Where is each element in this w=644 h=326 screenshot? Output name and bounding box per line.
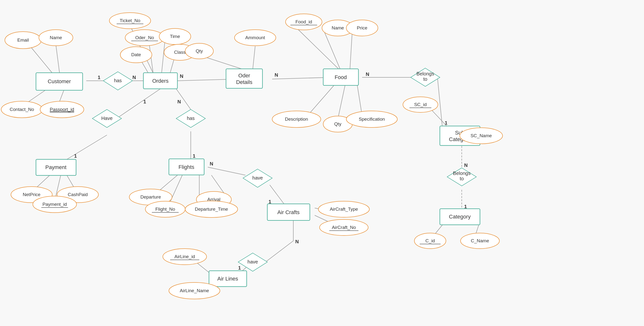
svg-line-19 — [309, 85, 334, 114]
cardinality-oder-food-n: N — [274, 72, 278, 78]
svg-text:Flight_No: Flight_No — [155, 207, 175, 212]
cardinality-have-airlines-1: 1 — [238, 265, 241, 270]
entity-flights: Flights — [169, 159, 204, 175]
svg-text:AirCraft_No: AirCraft_No — [332, 225, 356, 230]
svg-text:NetPrice: NetPrice — [23, 192, 40, 197]
svg-text:C_Name: C_Name — [471, 238, 489, 243]
attr-contact-no: Contact_No — [1, 101, 42, 118]
svg-text:Specification: Specification — [359, 117, 385, 122]
svg-text:Payment: Payment — [46, 164, 66, 170]
entity-food: Food — [323, 69, 358, 85]
svg-line-1 — [56, 45, 60, 73]
attr-customer-name: Name — [39, 30, 73, 46]
svg-text:has: has — [114, 78, 122, 83]
svg-text:Time: Time — [170, 34, 180, 39]
attr-airline-id: AirLine_id — [163, 249, 206, 265]
cardinality-flights-have-n: N — [210, 161, 213, 166]
attr-passport-id: Passport_id — [40, 101, 84, 118]
cardinality-sub-belongs-n: N — [464, 163, 468, 168]
attr-airline-name: AirLine_Name — [169, 282, 220, 299]
svg-line-12 — [202, 56, 243, 69]
attr-departure-time: Departure_Time — [185, 201, 238, 217]
svg-text:Belongs: Belongs — [416, 71, 434, 76]
cardinality-aircraft-have-n: N — [295, 239, 299, 244]
svg-text:AirCraft_Type: AirCraft_Type — [330, 207, 358, 212]
svg-text:Have: Have — [101, 116, 113, 121]
have-flights-aircrafts: have — [243, 169, 272, 187]
svg-rect-70 — [226, 69, 262, 88]
svg-text:Oder_No: Oder_No — [135, 35, 154, 40]
svg-line-31 — [67, 135, 107, 159]
attr-description: Description — [272, 111, 321, 128]
svg-text:Air Crafts: Air Crafts — [277, 209, 300, 215]
svg-text:Contact_No: Contact_No — [10, 107, 34, 112]
svg-text:Payment_id: Payment_id — [42, 202, 67, 207]
entity-orders: Orders — [144, 73, 178, 89]
svg-text:Email: Email — [17, 38, 29, 43]
attr-sc-id: SC_id — [403, 97, 438, 112]
svg-line-18 — [350, 29, 352, 69]
svg-line-30 — [119, 89, 160, 117]
svg-line-8 — [162, 38, 165, 73]
cardinality-have-aircraft-1: 1 — [268, 199, 271, 204]
svg-text:have: have — [252, 175, 263, 181]
cardinality-orders-has-n: N — [178, 99, 181, 104]
svg-line-20 — [338, 85, 345, 119]
attr-aircraft-type: AirCraft_Type — [318, 201, 370, 217]
attr-aircraft-no: AirCraft_No — [320, 219, 368, 235]
svg-text:Food: Food — [335, 74, 347, 80]
svg-text:have: have — [248, 259, 258, 264]
svg-text:Passport_id: Passport_id — [50, 107, 74, 112]
svg-text:to: to — [423, 76, 428, 82]
entity-category: Category — [440, 209, 480, 225]
attr-sc-name: SC_Name — [460, 128, 502, 144]
svg-text:Customer: Customer — [48, 78, 71, 84]
svg-text:AirLine_Name: AirLine_Name — [180, 288, 209, 293]
entity-customer: Customer — [36, 73, 83, 90]
svg-text:Details: Details — [236, 79, 252, 85]
have-airlines-aircrafts: have — [238, 253, 267, 271]
svg-text:C_id: C_id — [425, 238, 435, 243]
svg-text:Name: Name — [332, 25, 344, 31]
svg-text:Date: Date — [131, 52, 141, 57]
has-customer-orders: has — [103, 72, 132, 90]
cardinality-has-flights-1: 1 — [193, 153, 196, 159]
svg-text:CashPaid: CashPaid — [68, 192, 88, 197]
have-orders-payment: Have — [92, 110, 122, 128]
svg-text:Oder: Oder — [238, 73, 250, 79]
cardinality-orders-have-1: 1 — [144, 99, 146, 104]
svg-line-23 — [438, 77, 442, 127]
svg-text:Name: Name — [50, 35, 62, 40]
attr-specification: Specification — [346, 111, 397, 128]
svg-text:SC_Name: SC_Name — [470, 133, 492, 138]
attr-price: Price — [346, 20, 378, 36]
attr-payment-id: Payment_id — [33, 196, 76, 213]
svg-text:Food_id: Food_id — [296, 19, 312, 25]
attr-time: Time — [159, 29, 191, 45]
svg-text:Category: Category — [449, 214, 470, 220]
attr-food-id: Food_id — [286, 14, 322, 30]
svg-text:Departure_Time: Departure_Time — [195, 207, 228, 212]
cardinality-customer-has-1: 1 — [98, 75, 100, 80]
svg-line-0 — [29, 45, 52, 73]
cardinality-belongs-cat-1: 1 — [464, 204, 467, 209]
svg-text:Description: Description — [285, 117, 308, 122]
svg-text:Flights: Flights — [178, 164, 194, 170]
attr-oder-qty: Qty — [185, 43, 213, 59]
cardinality-has-orders-n: N — [132, 75, 136, 80]
svg-line-21 — [357, 85, 362, 116]
svg-text:AirLine_id: AirLine_id — [174, 254, 195, 259]
attr-ammount: Ammount — [234, 30, 276, 46]
belongs-to-sub-category: Belongs to — [447, 168, 476, 186]
svg-line-41 — [208, 167, 246, 175]
entity-oder-details: Oder Details — [226, 69, 262, 88]
cardinality-have-payment-1: 1 — [74, 153, 77, 159]
svg-text:Belongs: Belongs — [453, 171, 470, 176]
svg-text:Qty: Qty — [196, 49, 203, 54]
attr-flight-no: Flight_No — [145, 201, 185, 217]
svg-text:to: to — [460, 176, 464, 181]
attr-email: Email — [5, 32, 41, 49]
svg-text:Price: Price — [357, 25, 367, 31]
svg-text:SC_id: SC_id — [414, 102, 427, 107]
entity-air-crafts: Air Crafts — [267, 204, 310, 220]
